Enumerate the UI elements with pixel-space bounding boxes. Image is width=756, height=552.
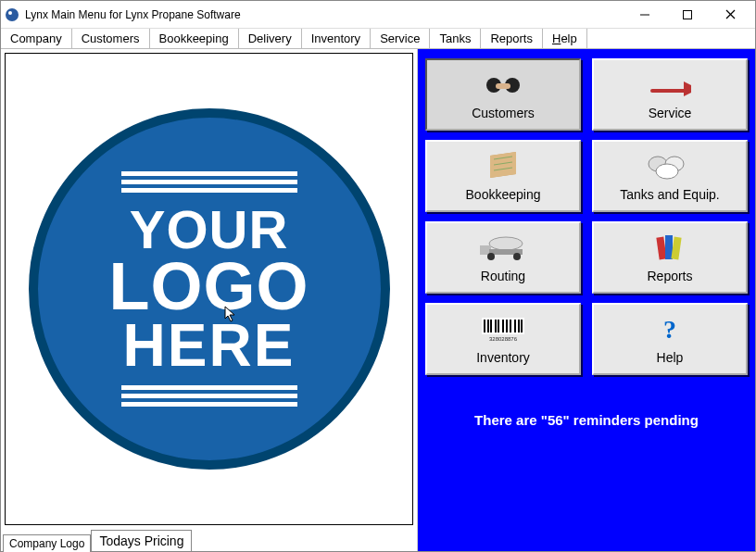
- content-area: YOUR LOGO HERE Company Logo Todays Prici…: [1, 49, 755, 551]
- logo-frame: YOUR LOGO HERE: [5, 53, 413, 525]
- reports-button[interactable]: Reports: [592, 221, 748, 294]
- books-icon: [654, 232, 686, 265]
- maximize-button[interactable]: [666, 2, 709, 28]
- window-title: Lynx Main Menu for Lynx Propane Software: [25, 8, 624, 21]
- logo-placeholder: YOUR LOGO HERE: [29, 108, 390, 470]
- menu-bookkeeping[interactable]: Bookkeeping: [150, 29, 239, 48]
- menu-help[interactable]: Help: [543, 29, 587, 48]
- bookkeeping-label: Bookkeeping: [466, 187, 541, 202]
- svg-text:328028876: 328028876: [489, 336, 518, 342]
- truck-icon: [478, 232, 528, 265]
- svg-rect-3: [684, 10, 692, 19]
- inventory-label: Inventory: [476, 350, 530, 365]
- minimize-button[interactable]: [624, 2, 666, 28]
- app-icon: [5, 7, 19, 22]
- titlebar: Lynx Main Menu for Lynx Propane Software: [1, 1, 755, 29]
- right-pane: Customers Service Bookkeeping: [418, 49, 755, 551]
- logo-text-1: YOUR: [109, 204, 309, 255]
- wrench-icon: [647, 69, 693, 102]
- menu-reports[interactable]: Reports: [481, 29, 543, 48]
- tanks-button[interactable]: Tanks and Equip.: [592, 140, 748, 212]
- tab-todays-pricing[interactable]: Todays Pricing: [91, 530, 192, 551]
- logo-text-2: LOGO: [109, 255, 309, 318]
- left-pane: YOUR LOGO HERE Company Logo Todays Prici…: [1, 49, 418, 551]
- window-controls: [624, 2, 751, 28]
- menubar: Company Customers Bookkeeping Delivery I…: [1, 29, 755, 49]
- button-grid: Customers Service Bookkeeping: [425, 58, 748, 375]
- help-label: Help: [657, 350, 684, 365]
- svg-rect-9: [650, 89, 686, 93]
- menu-customers[interactable]: Customers: [72, 29, 150, 48]
- svg-point-22: [513, 253, 521, 260]
- handshake-icon: [483, 69, 523, 102]
- svg-rect-23: [656, 237, 666, 260]
- menu-company[interactable]: Company: [1, 29, 72, 48]
- menu-service[interactable]: Service: [371, 29, 430, 48]
- bookkeeping-button[interactable]: Bookkeeping: [425, 140, 581, 212]
- help-button[interactable]: ? Help: [592, 303, 748, 375]
- close-button[interactable]: [709, 2, 751, 28]
- svg-point-17: [656, 164, 678, 179]
- customers-label: Customers: [472, 106, 535, 120]
- customers-button[interactable]: Customers: [425, 58, 581, 131]
- tanks-label: Tanks and Equip.: [620, 187, 719, 202]
- question-icon: ?: [663, 313, 676, 346]
- svg-point-21: [487, 253, 495, 260]
- menu-delivery[interactable]: Delivery: [239, 29, 302, 48]
- svg-point-1: [8, 11, 12, 15]
- logo-text-3: HERE: [109, 318, 309, 374]
- service-label: Service: [649, 106, 692, 120]
- barcode-icon: 328028876: [482, 313, 524, 346]
- reminder-status: There are "56" reminders pending: [425, 412, 748, 428]
- tanks-icon: [647, 150, 693, 183]
- menu-inventory[interactable]: Inventory: [302, 29, 371, 48]
- svg-point-18: [489, 237, 523, 250]
- main-window: Lynx Main Menu for Lynx Propane Software…: [0, 0, 756, 552]
- svg-rect-25: [671, 237, 681, 260]
- menu-tanks[interactable]: Tanks: [430, 29, 481, 48]
- svg-rect-24: [665, 235, 673, 259]
- reports-label: Reports: [647, 269, 692, 283]
- tabs: Company Logo Todays Pricing: [1, 529, 417, 551]
- inventory-button[interactable]: 328028876 Inventory: [425, 303, 581, 375]
- ledger-icon: [486, 150, 520, 183]
- routing-button[interactable]: Routing: [425, 221, 581, 294]
- service-button[interactable]: Service: [592, 58, 748, 131]
- svg-rect-8: [496, 83, 510, 89]
- svg-point-0: [6, 8, 19, 21]
- tab-company-logo[interactable]: Company Logo: [3, 534, 91, 552]
- routing-label: Routing: [481, 269, 525, 283]
